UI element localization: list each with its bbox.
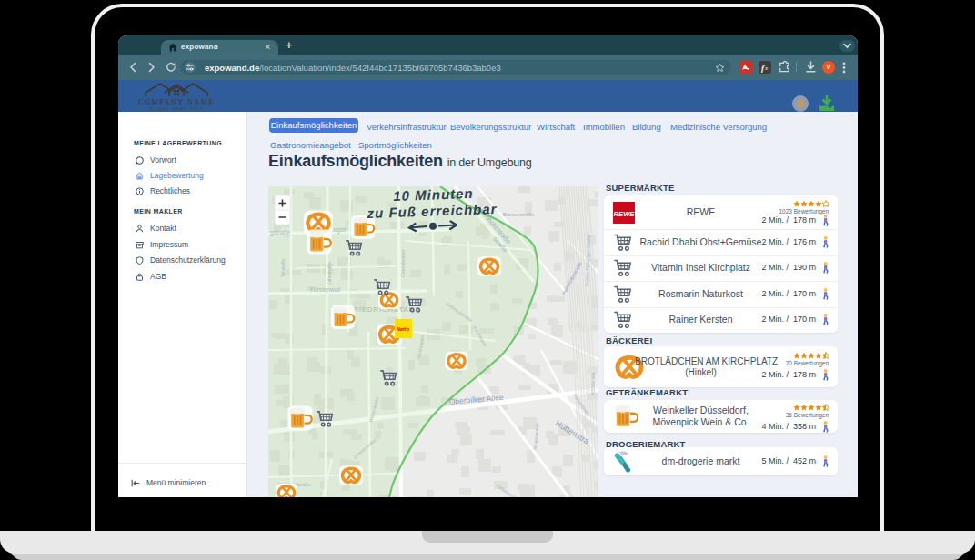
svg-text:Slogan Goes Here: Slogan Goes Here [149,106,204,111]
svg-text:REWE: REWE [614,209,635,217]
svg-text:Aminstraße: Aminstraße [589,372,596,395]
svg-text:COMPANY NAME: COMPANY NAME [138,98,215,106]
svg-text:10 Minuten: 10 Minuten [393,186,474,204]
svg-text:Bunsenstraße: Bunsenstraße [503,212,534,217]
svg-text:Netto: Netto [397,326,410,332]
